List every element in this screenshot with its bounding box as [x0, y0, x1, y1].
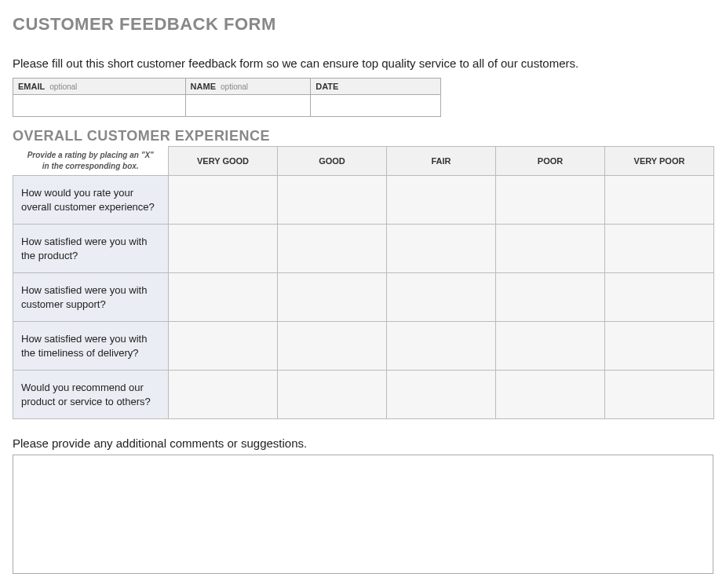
section-heading: OVERALL CUSTOMER EXPERIENCE — [13, 128, 713, 144]
email-input-cell[interactable] — [13, 95, 186, 117]
name-header: NAME optional — [185, 79, 311, 95]
question-cell: How would you rate your overall customer… — [13, 176, 169, 225]
answer-cell[interactable] — [496, 273, 605, 322]
name-header-optional: optional — [221, 82, 248, 91]
answer-cell[interactable] — [169, 273, 278, 322]
comments-box[interactable] — [13, 455, 713, 574]
answer-cell[interactable] — [169, 225, 278, 273]
answer-cell[interactable] — [387, 371, 496, 419]
email-header-optional: optional — [49, 82, 77, 91]
rating-instruction-line2: in the corresponding box. — [42, 162, 139, 170]
name-input-cell[interactable] — [185, 95, 311, 117]
answer-cell[interactable] — [387, 176, 496, 225]
answer-cell[interactable] — [387, 225, 496, 273]
answer-cell[interactable] — [605, 322, 714, 371]
rating-instruction-line1: Provide a rating by placing an "X" — [27, 151, 154, 159]
answer-cell[interactable] — [278, 322, 387, 371]
answer-cell[interactable] — [496, 322, 605, 371]
email-header-label: EMAIL — [18, 82, 45, 91]
answer-cell[interactable] — [169, 176, 278, 225]
answer-cell[interactable] — [605, 176, 714, 225]
answer-cell[interactable] — [605, 225, 714, 273]
name-header-label: NAME — [191, 82, 216, 91]
rating-col-verypoor: VERY POOR — [605, 147, 714, 176]
form-title: CUSTOMER FEEDBACK FORM — [13, 14, 713, 35]
intro-text: Please fill out this short customer feed… — [13, 57, 713, 70]
answer-cell[interactable] — [278, 273, 387, 322]
answer-cell[interactable] — [278, 371, 387, 419]
question-cell: How satisfied were you with the timeline… — [13, 322, 169, 371]
date-header: DATE — [311, 79, 441, 95]
contact-table: EMAIL optional NAME optional DATE — [13, 78, 441, 117]
rating-col-poor: POOR — [496, 147, 605, 176]
rating-instruction-cell: Provide a rating by placing an "X" in th… — [13, 147, 169, 176]
answer-cell[interactable] — [496, 225, 605, 273]
comments-prompt: Please provide any additional comments o… — [13, 436, 713, 450]
rating-col-good: GOOD — [278, 147, 387, 176]
answer-cell[interactable] — [169, 371, 278, 419]
answer-cell[interactable] — [496, 176, 605, 225]
question-cell: How satisfied were you with customer sup… — [13, 273, 169, 322]
answer-cell[interactable] — [387, 273, 496, 322]
answer-cell[interactable] — [278, 176, 387, 225]
answer-cell[interactable] — [169, 322, 278, 371]
answer-cell[interactable] — [387, 322, 496, 371]
rating-table: Provide a rating by placing an "X" in th… — [13, 146, 714, 419]
rating-col-fair: FAIR — [387, 147, 496, 176]
answer-cell[interactable] — [496, 371, 605, 419]
answer-cell[interactable] — [278, 225, 387, 273]
answer-cell[interactable] — [605, 273, 714, 322]
date-input-cell[interactable] — [311, 95, 441, 117]
date-header-label: DATE — [316, 82, 338, 91]
question-cell: How satisfied were you with the product? — [13, 225, 169, 273]
email-header: EMAIL optional — [13, 79, 186, 95]
question-cell: Would you recommend our product or servi… — [13, 371, 169, 419]
rating-col-verygood: VERY GOOD — [169, 147, 278, 176]
answer-cell[interactable] — [605, 371, 714, 419]
